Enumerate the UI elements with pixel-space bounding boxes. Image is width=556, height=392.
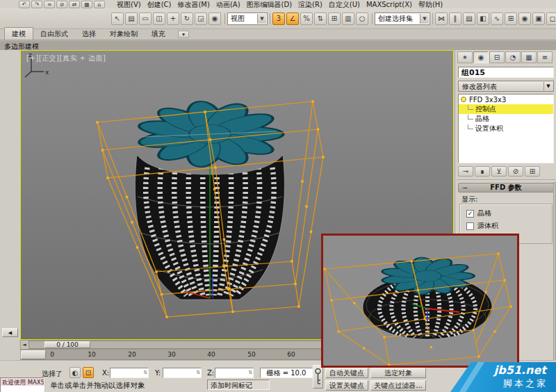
selection-filter-icon[interactable]: ▦ xyxy=(81,1,92,8)
menu-customize[interactable]: 自定义(U) xyxy=(329,0,360,8)
tab-selection[interactable]: 选择 xyxy=(75,28,103,40)
spinner-icon[interactable]: ⇅ xyxy=(248,370,252,375)
named-selection-set-combo[interactable]: 创建选择集 ▼ xyxy=(375,13,430,25)
menu-animation[interactable]: 动画(A) xyxy=(216,0,240,8)
selected-object-dropdown[interactable]: 选定对象 xyxy=(370,368,426,378)
lattice-checkbox[interactable]: ✓ xyxy=(466,210,474,218)
angle-snap-icon[interactable]: ∠ xyxy=(286,13,299,25)
modifier-stack-item-control-points[interactable]: 控制点 xyxy=(459,104,553,114)
tick-label: 10 xyxy=(88,351,95,358)
select-by-name-icon[interactable]: ▤ xyxy=(125,13,138,25)
bind-to-space-warp-icon[interactable]: ⇄ xyxy=(69,1,80,8)
show-end-result-icon[interactable]: ∎ xyxy=(475,166,490,177)
source-volume-checkbox-row[interactable]: 源体积 xyxy=(466,221,498,231)
modify-tab-icon[interactable]: ◉ xyxy=(473,51,489,63)
maxscript-mini-listener[interactable]: 欢迎使用 MAXSc xyxy=(0,377,44,392)
listener-input[interactable] xyxy=(1,386,44,392)
modifier-stack-item-set-volume[interactable]: 设置体积 xyxy=(459,124,553,133)
spinner-icon[interactable]: ⇅ xyxy=(196,370,200,375)
home-icon[interactable]: ⌂ xyxy=(94,1,105,8)
y-coordinate-field[interactable]: ⇅ xyxy=(163,368,202,378)
select-and-move-icon[interactable]: + xyxy=(167,13,179,25)
viewport-layout-tab-button[interactable]: ◀ xyxy=(2,328,18,337)
menu-view[interactable]: 视图(V) xyxy=(117,0,141,8)
render-setup-icon[interactable]: ▣ xyxy=(532,13,545,25)
source-volume-checkbox[interactable] xyxy=(466,222,474,230)
modifier-list-dropdown[interactable]: 修改器列表 ▼ xyxy=(458,81,554,92)
modifier-stack-item-ffd[interactable]: FFD 3x3x3 xyxy=(459,95,553,104)
view-dropdown[interactable]: 视图 ▼ xyxy=(227,13,268,25)
set-keys-button[interactable] xyxy=(313,365,323,389)
mirror-icon[interactable]: ⋈ xyxy=(435,13,448,25)
snaps-toggle-icon[interactable]: 3 xyxy=(272,13,285,25)
lattice-checkbox-row[interactable]: ✓ 晶格 xyxy=(466,209,491,218)
ribbon-more-icon[interactable]: ▾ xyxy=(178,31,189,38)
rectangular-selection-icon[interactable]: ▭ xyxy=(139,13,152,25)
tab-populate[interactable]: 填充 xyxy=(145,28,172,40)
menu-maxscript[interactable]: MAXScript(X) xyxy=(366,0,412,8)
modifier-stack[interactable]: FFD 3x3x3 控制点 晶格 设置体积 xyxy=(458,94,554,163)
window-crossing-icon[interactable]: ◫ xyxy=(153,13,165,25)
select-object-icon[interactable]: ↖ xyxy=(111,13,124,25)
display-tab-icon[interactable]: ▦ xyxy=(521,51,537,63)
ffd-parameters-rollout-header[interactable]: − FFD 参数 xyxy=(458,183,554,193)
create-tab-icon[interactable]: ✶ xyxy=(457,51,473,63)
tab-modeling[interactable]: 建模 xyxy=(4,27,33,40)
selection-lock-icon[interactable]: ⊡ xyxy=(83,367,94,378)
redo-icon[interactable]: ↷ xyxy=(31,1,42,8)
z-coordinate-label: Z: xyxy=(207,369,214,377)
make-unique-icon[interactable]: ⊻ xyxy=(491,166,507,177)
hierarchy-tab-icon[interactable]: ⊟ xyxy=(489,51,505,63)
named-selection-sets-icon[interactable]: ▥ xyxy=(342,13,354,25)
edit-named-selection-icon[interactable]: ⊞ xyxy=(328,13,341,25)
menu-help[interactable]: 帮助(H) xyxy=(418,0,443,8)
layer-manager-icon[interactable]: ▤ xyxy=(463,13,475,25)
set-key-button[interactable]: 设置关键点 xyxy=(325,380,368,391)
modifier-stack-item-lattice[interactable]: 晶格 xyxy=(459,114,553,124)
isolate-selection-icon[interactable]: ○ xyxy=(356,13,368,25)
z-coordinate-field[interactable]: ⇅ xyxy=(215,368,254,378)
add-time-tag-field[interactable]: 添加时间标记 xyxy=(207,379,270,390)
watermark-name: 脚本之家 xyxy=(503,377,548,390)
pin-stack-icon[interactable]: ⊸ xyxy=(458,166,473,177)
object-name-field[interactable]: 组015 xyxy=(458,67,554,78)
x-coordinate-field[interactable]: ⇅ xyxy=(110,368,149,378)
select-and-rotate-icon[interactable]: ↻ xyxy=(181,13,193,25)
tree-elbow-icon xyxy=(468,105,473,110)
panel-divider xyxy=(457,179,555,180)
menu-modifiers[interactable]: 修改器(M) xyxy=(177,0,209,8)
undo-icon[interactable]: ↶ xyxy=(19,1,30,8)
rendered-frame-icon[interactable]: ◻ xyxy=(546,13,556,25)
menu-rendering[interactable]: 渲染(R) xyxy=(298,0,322,8)
align-icon[interactable]: ∥ xyxy=(449,13,461,25)
tab-freeform[interactable]: 自由形式 xyxy=(33,28,75,40)
select-and-scale-icon[interactable]: ◲ xyxy=(195,13,207,25)
tab-object-paint[interactable]: 对象绘制 xyxy=(103,28,145,40)
menu-create[interactable]: 创建(C) xyxy=(147,0,172,8)
menu-graph-editors[interactable]: 图形编辑器(D) xyxy=(247,0,293,8)
configure-modifier-sets-icon[interactable]: ⊞ xyxy=(525,166,540,177)
schematic-view-icon[interactable]: ⊞ xyxy=(505,13,517,25)
select-and-link-icon[interactable]: ∞ xyxy=(44,1,55,8)
toolbar-separator xyxy=(432,13,433,24)
trackbar-thumb[interactable] xyxy=(21,350,46,359)
reference-image-inset xyxy=(321,234,519,368)
unlink-selection-icon[interactable]: ⊘ xyxy=(56,1,67,8)
time-slider-handle[interactable]: 0 / 100 xyxy=(44,341,90,348)
auto-key-button[interactable]: 自动关键点 xyxy=(325,368,368,378)
motion-tab-icon[interactable]: ◔ xyxy=(505,51,521,63)
isolate-selection-icon[interactable]: ◐ xyxy=(70,367,81,378)
modifier-enabled-icon[interactable] xyxy=(461,97,466,102)
curve-editor-icon[interactable]: ∿ xyxy=(491,13,503,25)
utilities-tab-icon[interactable]: ≡ xyxy=(537,51,553,63)
key-filters-button[interactable]: 关键点过滤器... xyxy=(370,380,426,391)
material-editor-icon[interactable]: ◉ xyxy=(518,13,531,25)
spinner-snap-icon[interactable]: ⇅ xyxy=(314,13,327,25)
remove-modifier-icon[interactable]: ⊘ xyxy=(508,166,523,177)
previous-frame-icon[interactable]: ◄ xyxy=(21,342,28,348)
percent-snap-icon[interactable]: % xyxy=(300,13,313,25)
ribbon-toggle-icon[interactable]: ◧ xyxy=(477,13,489,25)
world-axis-tripod-icon: z x xyxy=(21,51,50,80)
spinner-icon[interactable]: ⇅ xyxy=(143,370,147,375)
use-pivot-center-icon[interactable]: ◉ xyxy=(208,13,221,25)
